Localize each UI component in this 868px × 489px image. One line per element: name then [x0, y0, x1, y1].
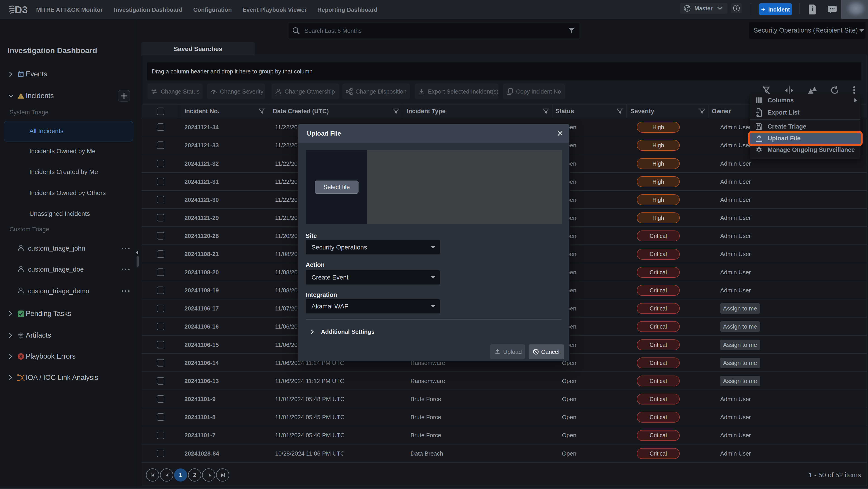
svg-text:D3: D3 [15, 5, 28, 14]
